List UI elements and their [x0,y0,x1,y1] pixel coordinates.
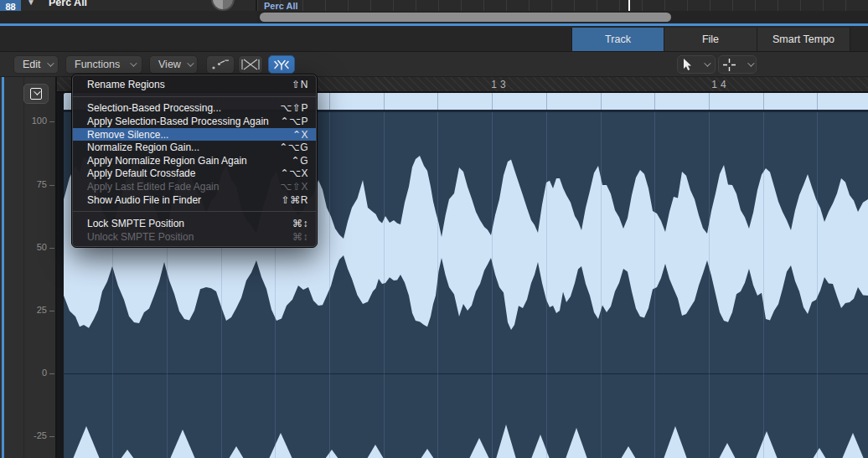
menu-item-label: Apply Selection-Based Processing Again [87,116,269,127]
menu-item-label: Unlock SMPTE Position [87,231,194,243]
view-menu-button[interactable]: View [149,55,198,74]
logic-audio-track-editor: 88 ▼ Perc All Perc All TrackFileSmart Te… [0,0,868,458]
beat-gridline [329,112,330,458]
menu-item-remove-silence[interactable]: Remove Silence...⌃X [72,128,317,142]
beat-gridline [384,112,385,458]
menu-item-shortcut: ⌃⌥G [279,142,308,153]
menu-item-label: Apply Normalize Region Gain Again [87,155,247,167]
amplitude-scale-panel: 1007550250-25 [0,77,57,458]
editor-tab-bar: TrackFileSmart Tempo [0,26,868,52]
disclosure-triangle-icon[interactable]: ▼ [27,0,35,7]
automation-curves-button[interactable] [206,55,235,74]
header-beat-tick [492,93,493,110]
checkbox-chevron-icon [30,88,42,100]
menu-item-selection-based-processing[interactable]: Selection-Based Processing...⌥⇧P [72,102,317,116]
scale-value-100: 100 [5,116,47,126]
menu-separator [72,211,317,212]
crosshair-tool-button[interactable] [718,55,757,74]
focused-pane-left-border [2,77,4,458]
menu-item-apply-normalize-region-gain-again[interactable]: Apply Normalize Region Gain Again⌃G [72,154,317,167]
menu-item-apply-selection-based-processing-again[interactable]: Apply Selection-Based Processing Again⌃⌥… [72,115,317,128]
region-inspector-toggle-button[interactable] [23,84,49,104]
menu-item-lock-smpte-position[interactable]: Lock SMPTE Position⌘↕ [72,217,317,230]
beat-gridline [546,112,547,458]
region-name-label: Perc All [264,1,298,11]
menu-item-label: Lock SMPTE Position [87,218,184,229]
tab-track[interactable]: Track [571,28,664,51]
crossfade-tool-button[interactable] [238,55,263,74]
menu-item-apply-last-edited-fade-again: Apply Last Edited Fade Again⌥⇧X [72,180,317,193]
beat-gridline [763,112,764,458]
menu-item-label: Selection-Based Processing... [87,102,221,114]
scale-value-75: 75 [5,179,47,189]
scale-value--25: -25 [5,430,47,440]
functions-menu-label: Functions [75,59,120,70]
menu-item-shortcut: ⌃⌥X [281,167,308,179]
scale-tick [49,248,54,249]
tab-smart-tempo[interactable]: Smart Tempo [757,28,850,51]
pan-knob[interactable] [211,0,235,11]
menu-item-shortcut: ⌥⇧P [281,102,308,114]
view-menu-label: View [158,59,181,70]
track-header: 88 ▼ Perc All [0,0,256,11]
header-beat-tick [601,93,602,110]
header-beat-tick [709,93,710,110]
flex-icon [272,59,291,71]
header-beat-tick [546,93,547,110]
bar-number-13: 13 [491,79,509,90]
scale-tick [49,121,54,122]
functions-menu-button[interactable]: Functions [65,55,142,74]
beat-gridline [654,112,655,458]
chevron-down-icon [187,59,194,66]
scale-tick [49,311,54,311]
menu-item-unlock-smpte-position: Unlock SMPTE Position⌘↕ [72,230,317,244]
beat-gridline [817,112,818,458]
menu-item-shortcut: ⇧N [292,79,308,90]
header-beat-tick [817,93,818,110]
menu-item-shortcut: ⇧⌘R [282,194,308,206]
scale-value-0: 0 [5,368,47,378]
horizontal-scrollbar-thumb[interactable] [260,13,671,22]
pointer-tool-button[interactable] [677,55,716,74]
pointer-arrow-icon [684,59,693,71]
scale-tick [49,185,54,186]
arrange-region-strip: Perc All [257,0,868,11]
menu-item-label: Normalize Region Gain... [87,142,199,153]
track-name-label: Perc All [49,0,87,8]
menu-item-normalize-region-gain[interactable]: Normalize Region Gain...⌃⌥G [72,141,317,154]
horizontal-scrollbar [0,11,868,23]
bar-number-14: 14 [711,79,729,90]
track-number-badge[interactable]: 88 [0,0,21,11]
beat-gridline [437,112,438,458]
scale-column-divider [23,77,24,458]
tab-file[interactable]: File [664,28,757,51]
beat-gridline [709,112,710,458]
header-beat-tick [437,93,438,110]
chevron-down-icon [704,59,710,66]
scale-value-50: 50 [5,242,47,252]
header-beat-tick [384,93,385,110]
menu-item-label: Remove Silence... [87,129,168,141]
crosshair-icon [722,58,736,72]
header-beat-tick [329,93,330,110]
header-beat-tick [654,93,655,110]
menu-item-shortcut: ⌃G [292,155,308,167]
menu-item-label: Show Audio File in Finder [87,194,201,206]
beat-gridline [601,112,602,458]
scale-value-25: 25 [5,305,47,315]
editor-tabs: TrackFileSmart Tempo [571,28,850,51]
chevron-down-icon [747,59,754,66]
arrange-window-sliver: 88 ▼ Perc All Perc All [0,0,868,11]
crossfade-icon [240,58,261,71]
beat-gridline [492,112,493,458]
automation-curve-icon [211,58,230,71]
menu-item-rename-regions[interactable]: Rename Regions⇧N [72,78,317,91]
menu-item-show-audio-file-in-finder[interactable]: Show Audio File in Finder⇧⌘R [72,193,317,207]
menu-item-label: Apply Default Crossfade [87,167,195,179]
scale-tick [49,436,54,437]
menu-item-apply-default-crossfade[interactable]: Apply Default Crossfade⌃⌥X [72,167,317,181]
scale-tick [49,373,54,374]
flex-button[interactable] [268,55,295,74]
edit-menu-button[interactable]: Edit [13,55,59,74]
edit-menu-label: Edit [23,59,41,70]
